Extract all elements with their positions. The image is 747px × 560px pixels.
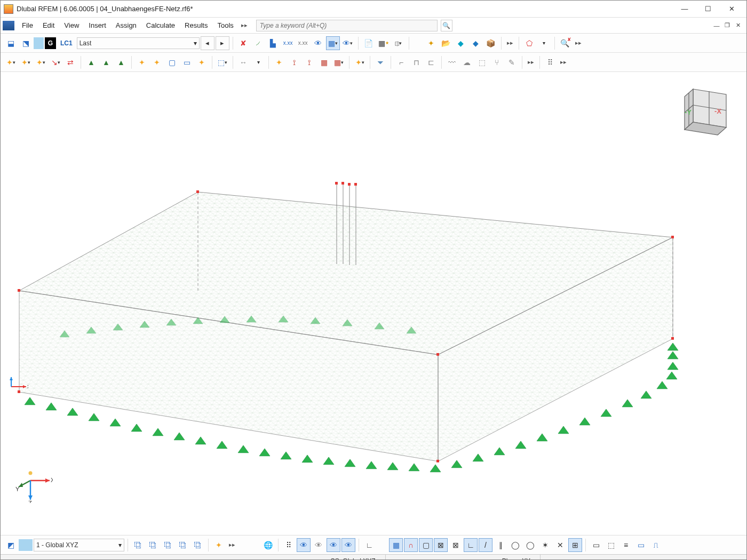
show-surfaces-icon[interactable]: 👁 (327, 538, 340, 552)
pencil-icon[interactable]: ✎ (505, 55, 519, 69)
minimize-button[interactable]: — (673, 2, 696, 17)
new-polyline-icon[interactable]: ↘▾ (49, 55, 62, 69)
new-block-icon[interactable]: ⬚▾ (216, 55, 229, 69)
print-report-icon[interactable]: 📄 (362, 36, 376, 50)
new-intersection-icon[interactable]: ✦ (195, 55, 209, 69)
mdi-close-button[interactable]: ✕ (734, 22, 742, 29)
new-surface-icon[interactable]: ✦ (135, 55, 149, 69)
work-plane-xz-icon[interactable]: ⬓ (4, 36, 18, 50)
new-opening-icon[interactable]: ✦ (150, 55, 164, 69)
axis-gizmo[interactable]: X Y Z (14, 465, 53, 503)
dice-icon[interactable]: ⬚ (475, 55, 489, 69)
menu-overflow[interactable]: ▸▸ (239, 22, 250, 29)
snap-rectx-icon[interactable]: ⊠ (434, 538, 448, 552)
copy-view5-icon[interactable]: ⿻ (191, 538, 205, 552)
surface-load-icon[interactable]: ▦ (317, 55, 331, 69)
copy-view2-icon[interactable]: ⿻ (146, 538, 160, 552)
nodal-load-icon[interactable]: ✦ (272, 55, 286, 69)
new-node-icon[interactable]: ✦▾ (4, 55, 18, 69)
grid-dots-icon[interactable]: ⠿ (543, 55, 557, 69)
snap-corner-icon[interactable]: ∟ (464, 538, 478, 552)
snap-magnet-icon[interactable]: ∩ (404, 538, 418, 552)
toolbar2-overflow-a[interactable]: ▸▸ (526, 59, 536, 66)
snap-cross-icon[interactable]: ✕ (553, 538, 567, 552)
cs-bracket2-icon[interactable]: ⊓ (409, 55, 423, 69)
render-globe-icon[interactable]: 🌐 (261, 538, 275, 552)
view-settings-icon[interactable]: ✦ (212, 538, 226, 552)
table-settings-icon[interactable]: ▦★ (377, 36, 391, 50)
new-solid-icon[interactable]: ▢ (165, 55, 179, 69)
work-plane-yz-icon[interactable]: ⬔ (19, 36, 33, 50)
snap-circle-icon[interactable]: ◯ (508, 538, 522, 552)
guide-box-icon[interactable]: ▭ (589, 538, 603, 552)
solid-load-icon[interactable]: ▦▾ (332, 55, 346, 69)
block-manager-icon[interactable]: 📦 (484, 36, 498, 50)
support-reaction-icon[interactable]: ▙ (266, 36, 280, 50)
cs-bracket3-icon[interactable]: ⊏ (424, 55, 438, 69)
new-connected-icon[interactable]: ⇄ (63, 55, 77, 69)
menu-insert[interactable]: Insert (84, 20, 110, 31)
app-logo-icon[interactable] (3, 21, 14, 30)
new-line-icon[interactable]: ✦▾ (19, 55, 33, 69)
guide-layers-icon[interactable]: ≡ (619, 538, 633, 552)
wave-icon[interactable]: 〰 (445, 55, 459, 69)
loadcase-prev-button[interactable]: ◂ (201, 36, 214, 50)
cloud-shape-icon[interactable]: ☁ (460, 55, 474, 69)
free-load-icon[interactable]: ✦▾ (353, 55, 367, 69)
bottombar-overflow-a[interactable]: ▸▸ (227, 541, 237, 548)
guide-rail-icon[interactable]: ▭ (634, 538, 648, 552)
viewport-3d[interactable]: X -X -Y X Y Z (1, 72, 746, 535)
copy-view4-icon[interactable]: ⿻ (176, 538, 190, 552)
navigation-cube[interactable]: -X -Y (677, 79, 736, 138)
open-model-icon[interactable]: 📂 (439, 36, 453, 50)
new-thickness-icon[interactable]: ▭ (180, 55, 194, 69)
select-dropdown[interactable]: ▾ (537, 36, 551, 50)
surface-support-icon[interactable]: ▲ (114, 55, 128, 69)
visibility-mode-icon[interactable]: 👁▾ (341, 36, 355, 50)
snap-grid9-icon[interactable]: ⊞ (568, 538, 582, 552)
show-designations-icon[interactable]: x.xx (296, 36, 310, 50)
show-grid-small-icon[interactable]: ⠿ (282, 538, 296, 552)
menu-tools[interactable]: Tools (213, 20, 237, 31)
nodal-support-icon[interactable]: ▲ (84, 55, 98, 69)
menu-assign[interactable]: Assign (112, 20, 141, 31)
maximize-button[interactable]: ☐ (696, 2, 720, 17)
dimension-dropdown[interactable]: ▾ (251, 55, 265, 69)
snap-rect-icon[interactable]: ▢ (419, 538, 433, 552)
ortho-angle-icon[interactable]: ∟ (362, 538, 376, 552)
show-solids-icon[interactable]: 👁 (341, 538, 355, 552)
loadcase-type[interactable]: G (45, 37, 56, 49)
toolbar2-overflow-b[interactable]: ▸▸ (558, 59, 569, 66)
show-nodes-icon[interactable]: 👁 (297, 538, 311, 552)
menu-results[interactable]: Results (180, 20, 212, 31)
branch-icon[interactable]: ⑂ (490, 55, 504, 69)
new-member-icon[interactable]: ✦▾ (34, 55, 47, 69)
select-polygon-icon[interactable]: ⬠ (522, 36, 536, 50)
menu-calculate[interactable]: Calculate (142, 20, 179, 31)
work-plane-icon[interactable]: ◩ (4, 538, 18, 552)
close-button[interactable]: ✕ (720, 2, 743, 17)
snap-ellipse-icon[interactable]: ◯ (523, 538, 537, 552)
dlubal-center-icon[interactable]: ◆ (454, 36, 468, 50)
line-support-icon[interactable]: ▲ (99, 55, 113, 69)
copy-view1-icon[interactable]: ⿻ (131, 538, 145, 552)
member-results-icon[interactable]: ⟋ (251, 36, 265, 50)
search-button[interactable]: 🔍 (441, 20, 452, 31)
new-model-icon[interactable]: ✦ (424, 36, 438, 50)
loadcase-next-button[interactable]: ▸ (216, 36, 229, 50)
snap-hatch-icon[interactable]: ⊠ (449, 538, 463, 552)
dimension-icon[interactable]: ↔ (236, 55, 250, 69)
view-select[interactable]: 1 - Global XYZ▾ (34, 539, 124, 551)
grid-display-icon[interactable]: ▦▾ (326, 36, 340, 50)
guide-dashbox-icon[interactable]: ⬚ (604, 538, 618, 552)
loadcase-code[interactable]: LC1 (57, 37, 76, 49)
show-values-icon[interactable]: x.xx (281, 36, 295, 50)
panel-settings-icon[interactable]: ⎅▾ (392, 36, 406, 50)
mdi-minimize-button[interactable]: — (712, 22, 721, 29)
search-input[interactable] (256, 20, 438, 31)
snap-slash-icon[interactable]: / (479, 538, 492, 552)
menu-view[interactable]: View (60, 20, 83, 31)
member-load-icon[interactable]: ⟟ (302, 55, 316, 69)
menu-file[interactable]: File (18, 20, 37, 31)
search-field[interactable] (256, 20, 438, 31)
